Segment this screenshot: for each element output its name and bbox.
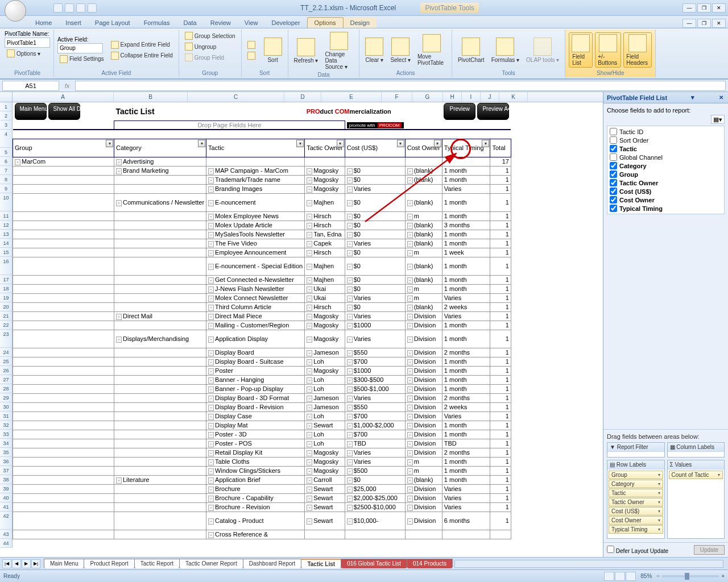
cell-cost[interactable]: -$0 — [345, 166, 405, 175]
qat-customize-icon[interactable] — [88, 3, 97, 13]
field-headers-button[interactable]: Field Headers — [623, 32, 652, 68]
cell-category[interactable]: -Direct Mail — [114, 311, 206, 321]
cell-tactic[interactable]: -Molex Connect Newsletter — [206, 293, 305, 302]
row-header[interactable]: 26 — [0, 366, 13, 375]
sort-za-button[interactable] — [245, 51, 259, 61]
cell-timing[interactable] — [442, 157, 490, 166]
doc-restore-button[interactable]: ❐ — [697, 19, 711, 28]
cell-tactic[interactable]: -Banner - Hanging — [206, 375, 305, 384]
cell-timing[interactable]: 2 months — [442, 348, 490, 357]
cell-total[interactable]: 1 — [490, 211, 511, 221]
column-labels-area[interactable]: ▦ Column Labels — [667, 442, 725, 458]
move-pivottable-button[interactable]: Move PivotTable — [415, 33, 448, 67]
cell-costowner[interactable]: -Division — [405, 384, 442, 393]
tab-developer[interactable]: Developer — [264, 18, 307, 28]
cell-owner[interactable]: -Loh — [305, 384, 345, 393]
cell-group[interactable] — [13, 284, 114, 293]
cell-costowner[interactable]: -m — [405, 284, 442, 293]
field-checkbox[interactable]: Cost (US$) — [609, 187, 723, 196]
row-header[interactable]: 21 — [0, 311, 13, 321]
cell-group[interactable] — [13, 330, 114, 348]
cell-owner[interactable]: -Magosky — [305, 366, 345, 375]
sheet-tab[interactable]: Dashboard Report — [243, 559, 302, 568]
field-checkbox[interactable]: Cost Owner — [609, 196, 723, 204]
row-label-item[interactable]: Typical Timing▾ — [609, 525, 663, 534]
collapse-field-button[interactable]: Collapse Entire Field — [109, 51, 175, 61]
cell-owner[interactable] — [305, 530, 345, 539]
qat-redo-icon[interactable] — [76, 3, 85, 13]
header-total[interactable]: Total — [490, 139, 511, 157]
field-list-close-icon[interactable]: ✕ — [718, 94, 725, 101]
layout-picker-icon[interactable]: ▦▾ — [711, 115, 725, 124]
column-header[interactable]: K — [499, 92, 528, 102]
cell-costowner[interactable]: -(blank) — [405, 239, 442, 248]
qat-save-icon[interactable] — [53, 3, 63, 13]
column-header[interactable]: J — [481, 92, 499, 102]
sort-button[interactable]: Sort — [262, 36, 284, 64]
cell-timing[interactable]: 2 months — [442, 393, 490, 402]
cell-group[interactable] — [13, 530, 114, 539]
row-header[interactable]: 13 — [0, 230, 13, 239]
cell-owner[interactable]: -Magosky — [305, 330, 345, 348]
cell-group[interactable] — [13, 430, 114, 439]
cell-tactic[interactable]: -Banner - Pop-up Display — [206, 384, 305, 393]
cell-total[interactable]: 17 — [490, 157, 511, 166]
options-button[interactable]: Options ▾ — [5, 48, 43, 59]
cell-timing[interactable]: Varies — [442, 502, 490, 512]
active-field-input[interactable] — [57, 43, 103, 53]
field-checkbox[interactable]: Sort Order — [609, 136, 723, 144]
cell-tactic[interactable]: -Poster - POS — [206, 439, 305, 448]
row-header[interactable]: 20 — [0, 302, 13, 311]
cell-costowner[interactable]: -(blank) — [405, 175, 442, 184]
cell-cost[interactable]: -$0 — [345, 193, 405, 211]
horizontal-scrollbar[interactable] — [454, 560, 723, 568]
cell-total[interactable]: 1 — [490, 248, 511, 257]
row-header[interactable]: 35 — [0, 448, 13, 457]
row-header[interactable]: 2 — [0, 111, 13, 120]
cell-owner[interactable]: -Jameson — [305, 393, 345, 402]
cell-costowner[interactable]: -Division — [405, 375, 442, 384]
cell-timing[interactable]: 1 month — [442, 257, 490, 275]
cell-category[interactable] — [114, 466, 206, 475]
cell-timing[interactable]: 1 week — [442, 248, 490, 257]
cell-total[interactable]: 1 — [490, 257, 511, 275]
cell-total[interactable]: 1 — [490, 430, 511, 439]
update-button[interactable]: Update — [694, 545, 725, 555]
cell-tactic[interactable]: -Mailing - Customer/Region — [206, 321, 305, 330]
cell-timing[interactable]: 1 month — [442, 421, 490, 430]
cell-total[interactable]: 1 — [490, 493, 511, 502]
cell-costowner[interactable]: -Division — [405, 348, 442, 357]
page-fields-drop-area[interactable]: Drop Page Fields Here — [114, 120, 345, 130]
cell-owner[interactable]: -Tan, Edna — [305, 230, 345, 239]
cell-group[interactable] — [13, 475, 114, 484]
header-category[interactable]: Category▾ — [114, 139, 206, 157]
cell-category[interactable] — [114, 411, 206, 421]
row-labels-area[interactable]: ▤ Row Labels Group▾Category▾Tactic▾Tacti… — [607, 460, 665, 539]
cell-cost[interactable]: -Varies — [345, 184, 405, 193]
cell-costowner[interactable]: -(blank) — [405, 302, 442, 311]
cell-timing[interactable]: Varies — [442, 484, 490, 493]
cell-category[interactable] — [114, 512, 206, 530]
field-checkbox[interactable]: Tactic ID — [609, 127, 723, 136]
tab-options[interactable]: Options — [307, 17, 344, 28]
row-header[interactable]: 12 — [0, 221, 13, 230]
cell-tactic[interactable]: -Poster — [206, 366, 305, 375]
cell-cost[interactable]: -Varies — [345, 311, 405, 321]
cell-group[interactable] — [13, 184, 114, 193]
cell-group[interactable] — [13, 166, 114, 175]
minimize-button[interactable]: — — [682, 3, 696, 13]
cell-tactic[interactable]: -The Five Video — [206, 239, 305, 248]
header-tactic_owner[interactable]: Tactic Owner▾ — [305, 139, 345, 157]
cell-costowner[interactable]: -(blank) — [405, 166, 442, 175]
cell-tactic[interactable]: -Brochure - Capability — [206, 493, 305, 502]
sort-az-button[interactable] — [245, 40, 259, 50]
cell-total[interactable]: 1 — [490, 439, 511, 448]
cell-group[interactable] — [13, 193, 114, 211]
zoom-in-icon[interactable]: + — [721, 573, 725, 579]
cell-timing[interactable]: 1 month — [442, 366, 490, 375]
cell-cost[interactable]: -Varies — [345, 448, 405, 457]
refresh-button[interactable]: Refresh ▾ — [292, 37, 321, 65]
cell-category[interactable] — [114, 230, 206, 239]
column-header[interactable]: I — [462, 92, 481, 102]
qat-undo-icon[interactable] — [65, 3, 74, 13]
